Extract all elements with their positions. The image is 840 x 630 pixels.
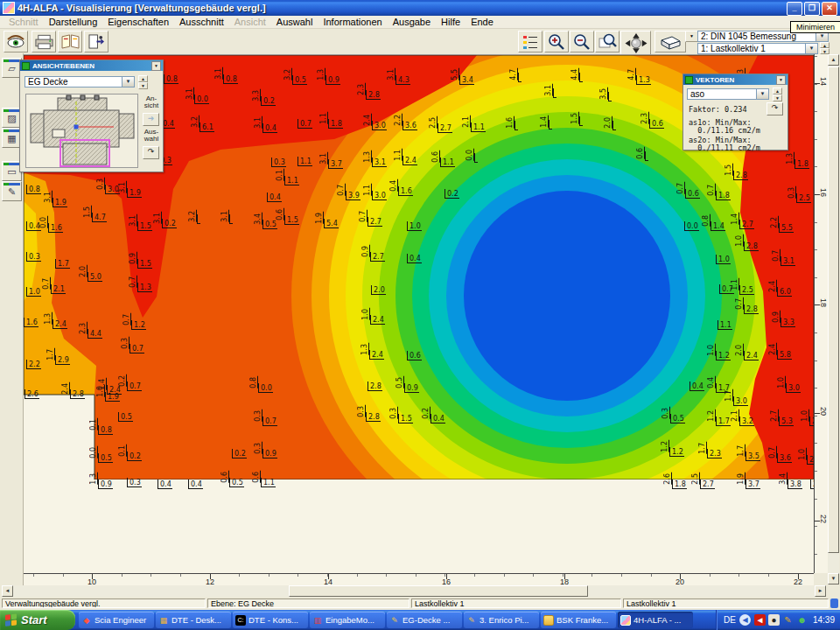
vector-annotation: 2.32.8 — [366, 85, 381, 95]
ebene-combobox[interactable]: EG Decke ▼ — [24, 76, 135, 88]
scroll-right-icon[interactable]: ► — [815, 585, 826, 597]
vektoren-panel-titlebar[interactable]: VEKTOREN ▼ — [683, 74, 788, 85]
chevron-down-icon[interactable]: ▼ — [122, 77, 134, 87]
y-axis-label: 14 — [819, 77, 828, 86]
close-button[interactable]: ✕ — [822, 2, 837, 16]
taskbar-task-button[interactable]: ◆Scia Engineer — [79, 612, 154, 628]
title-bar[interactable]: 4H-ALFA - Visualisierung [Verwaltungsgeb… — [0, 0, 840, 16]
vector-annotation: 4.7 — [518, 70, 522, 80]
vector-annotation: 0.72.1 — [51, 279, 66, 290]
start-button[interactable]: Start — [0, 610, 75, 630]
vector-annotation: 0.00.5 — [98, 448, 113, 458]
horizontal-scroll-thumb[interactable] — [289, 585, 588, 597]
view-3d-button[interactable] — [654, 31, 686, 52]
taskbar-task-button[interactable]: ✎EG-Decke ... — [387, 612, 462, 628]
eingabe-icon: ▥ — [312, 615, 323, 626]
vector-annotation: 3.11.9 — [52, 192, 67, 203]
menu-item-hilfe[interactable]: Hilfe — [436, 17, 466, 27]
scroll-left-icon[interactable]: ◄ — [2, 585, 13, 597]
pan-button[interactable] — [620, 31, 651, 55]
panel-collapse-icon[interactable]: ▼ — [776, 75, 786, 85]
system-tray: DE ◀ ◄●✎☻ 14:39 — [716, 610, 840, 630]
taskbar-task-button[interactable]: 4H-ALFA - ... — [618, 612, 693, 628]
legend-settings-button[interactable] — [518, 31, 542, 52]
restore-button[interactable]: ❐ — [804, 2, 820, 16]
scroll-down-icon[interactable]: ▼ — [828, 573, 839, 584]
vector-annotation: 3.14.3 — [396, 70, 410, 80]
chevron-down-icon[interactable]: ▼ — [805, 44, 817, 53]
taskbar-task-button[interactable]: C:DTE - Kons... — [233, 612, 308, 628]
menu-item-auswahl[interactable]: Auswahl — [271, 17, 318, 27]
zoom-window-button[interactable] — [595, 31, 620, 52]
view-3d-dropdown[interactable]: ▼ — [685, 31, 698, 42]
vector-annotation: 2.6 — [24, 384, 39, 395]
vector-type-value: aso — [690, 89, 704, 99]
vector-annotation: 0.30.5 — [670, 409, 685, 419]
vector-annotation: 0.50.9 — [404, 378, 419, 388]
taskbar-task-button[interactable]: ▦DTE - Desk... — [156, 612, 231, 628]
vector-annotation: 1.02.4 — [370, 310, 385, 320]
vector-annotation: 0.8 — [164, 69, 178, 80]
load-case-combobox[interactable]: 1: Lastkollektiv 1 ▼ — [697, 43, 818, 54]
plan-thumbnail[interactable] — [25, 94, 138, 168]
taskbar-task-button[interactable]: ✎3. Enrico Pi... — [464, 612, 539, 628]
print-button[interactable] — [32, 31, 56, 52]
tray-red-app-icon[interactable]: ◄ — [754, 614, 766, 626]
zoom-window-icon — [598, 33, 617, 50]
ebene-spinner[interactable]: ▲ ▼ — [138, 75, 148, 89]
panel-button-vectors[interactable]: ✎ — [2, 181, 22, 201]
scia-icon: ◆ — [81, 615, 92, 626]
tray-chevron-icon[interactable]: ◀ — [739, 614, 751, 626]
vector-annotation: 1.4 — [549, 117, 552, 128]
menu-item-eigenschaften[interactable]: Eigenschaften — [102, 17, 174, 27]
load-case-value: 1: Lastkollektiv 1 — [701, 44, 766, 53]
y-axis-label: 16 — [819, 188, 828, 197]
app-window: 4H-ALFA - Visualisierung [Verwaltungsgeb… — [0, 0, 840, 630]
vector-refresh-button[interactable]: ↷ — [766, 102, 783, 116]
vector-annotation: 2.11.1 — [471, 117, 486, 128]
vector-type-spinner[interactable]: ▲ ▼ — [773, 88, 782, 102]
as2o-value: 0./11.11 cm2/m — [689, 144, 760, 152]
auswahl-refresh-button[interactable]: ↷ — [143, 146, 159, 159]
tray-messenger-icon[interactable]: ☻ — [796, 614, 808, 626]
vector-annotation: 1.01.2 — [716, 346, 731, 356]
menu-item-ausgabe[interactable]: Ausgabe — [388, 17, 436, 27]
spinner-down-icon: ▼ — [138, 82, 148, 89]
vector-annotation: 0.4 — [188, 474, 203, 485]
exit-button[interactable] — [84, 31, 108, 52]
app-icon — [3, 2, 15, 14]
vertical-scrollbar[interactable]: ▲ ▼ — [828, 54, 839, 584]
vector-annotation: 1.12.4 — [402, 150, 417, 161]
document-pages-button[interactable] — [58, 31, 82, 52]
ansicht-apply-button[interactable]: ➜ — [143, 113, 159, 126]
vector-annotation: 3.1 — [229, 212, 233, 222]
menu-item-informationen[interactable]: Informationen — [318, 17, 387, 27]
chevron-down-icon[interactable]: ▼ — [756, 89, 768, 99]
load-case-spinner[interactable]: ▲ ▼ — [820, 42, 830, 54]
tray-disc-icon[interactable]: ● — [768, 614, 780, 626]
status-field: Verwaltungsgebäude vergl. — [2, 598, 206, 608]
menu-item-ausschnitt[interactable]: Ausschnitt — [174, 17, 229, 27]
taskbar-task-button[interactable]: BSK Franke... — [541, 612, 616, 628]
task-label: EG-Decke ... — [402, 615, 450, 625]
cube-3d-icon — [658, 33, 682, 51]
vector-annotation: 0.41.7 — [716, 378, 731, 388]
tray-brush-icon[interactable]: ✎ — [782, 614, 794, 626]
vector-annotation: 2.42.8 — [70, 384, 85, 395]
ansicht-panel-titlebar[interactable]: ANSICHT/EBENEN ▼ — [20, 60, 163, 71]
menu-item-ende[interactable]: Ende — [466, 17, 499, 27]
y-axis-label: 20 — [819, 407, 828, 416]
zoom-out-button[interactable] — [570, 31, 594, 52]
language-indicator[interactable]: DE — [724, 615, 736, 625]
zoom-in-button[interactable] — [544, 31, 569, 52]
panel-collapse-icon[interactable]: ▼ — [151, 61, 161, 71]
vector-type-combobox[interactable]: aso ▼ — [687, 88, 769, 100]
minimize-button[interactable]: _ — [787, 2, 802, 16]
vertical-scroll-thumb[interactable] — [828, 66, 839, 553]
vector-annotation: 0.10.2 — [127, 446, 142, 457]
menu-item-darstellung[interactable]: Darstellung — [44, 17, 103, 27]
horizontal-scrollbar[interactable]: ◄ ► — [2, 585, 826, 597]
view-eye-button[interactable] — [4, 31, 28, 52]
taskbar-task-button[interactable]: ▥EingabeMo... — [310, 612, 385, 628]
scroll-up-icon[interactable]: ▲ — [828, 54, 839, 66]
